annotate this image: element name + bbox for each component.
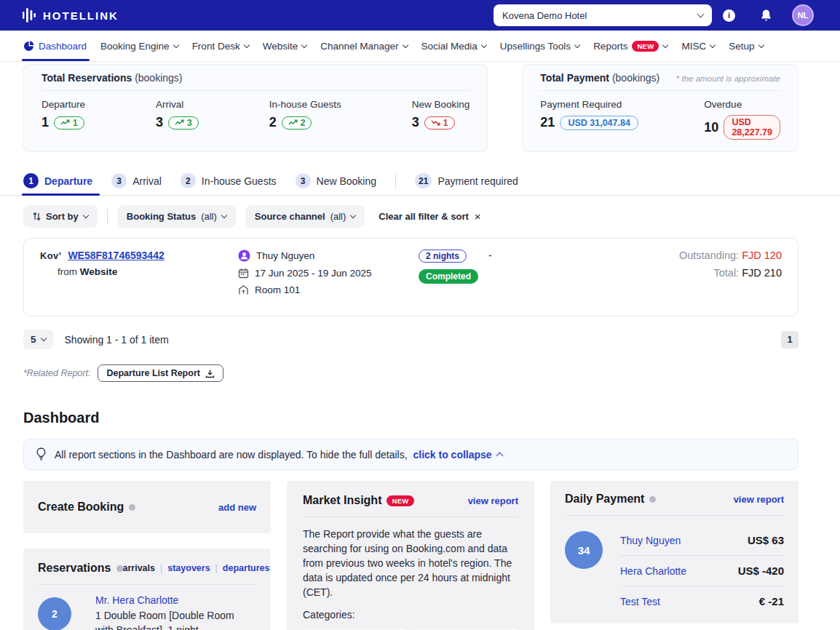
source-channel-filter[interactable]: Source channel (all): [245, 205, 365, 228]
nav-item-front-desk[interactable]: Front Desk: [192, 31, 249, 61]
departure-list-report-button[interactable]: Departure List Report: [98, 364, 223, 382]
reservation-desc: 1 Double Room [Double Room with Breakfas…: [95, 609, 252, 630]
view-report-link[interactable]: view report: [734, 494, 784, 505]
nav-item-social-media[interactable]: Social Media: [421, 31, 486, 61]
market-insight-description: The Report provide what the guests are s…: [303, 527, 518, 599]
tab-new-booking[interactable]: 3 New Booking: [296, 167, 377, 195]
daily-payment-card: Daily Payment view report 34 Thuy Nguyen…: [550, 481, 799, 623]
new-badge: NEW: [632, 41, 659, 52]
page-1-button[interactable]: 1: [781, 331, 799, 348]
categories-label: Categories:: [303, 609, 518, 621]
daily-payment-title: Daily Payment: [565, 493, 656, 506]
payer-name-link[interactable]: Test Test: [620, 596, 660, 607]
new-badge: NEW: [387, 495, 413, 506]
payment-row: Test Test € -21: [620, 586, 784, 616]
stat-arrival-value: 3: [156, 115, 163, 130]
page-size-select[interactable]: 5: [23, 330, 53, 349]
departures-link[interactable]: departures: [223, 563, 270, 573]
related-report-row: *Related Report: Departure List Report: [23, 364, 817, 382]
total-payment-title: Total Payment (bookings): [540, 72, 659, 84]
clear-filters-button[interactable]: Clear all filter & sort ×: [379, 210, 480, 223]
channel-logo: Kov’: [40, 250, 61, 261]
empty-value-dash: -: [488, 250, 539, 301]
nav-item-booking-engine[interactable]: Booking Engine: [100, 31, 178, 61]
close-icon: ×: [475, 210, 481, 223]
stat-overdue: Overdue 10 USD 28,227.79: [704, 99, 780, 140]
chevron-down-icon: [83, 212, 89, 218]
notifications-bell-icon[interactable]: [760, 9, 772, 22]
tab-payment-required[interactable]: 21 Payment required: [415, 167, 518, 195]
tab-departure[interactable]: 1 Departure: [23, 167, 92, 195]
chevron-down-icon: [173, 41, 178, 47]
reservation-list-item: 2 Mr. Hera Charlotte 1 Double Room [Doub…: [38, 594, 256, 630]
chevron-down-icon: [710, 41, 716, 47]
payment-amount: € -21: [759, 595, 784, 607]
total-line: Total: FJD 210: [679, 267, 782, 279]
nights-badge: 2 nights: [419, 250, 467, 263]
booking-dates-line: 17 Jun 2025 - 19 Jun 2025: [238, 268, 419, 279]
guest-name-line: Thuy Nguyen: [238, 250, 419, 262]
nav-item-misc[interactable]: MISC: [681, 31, 715, 61]
stat-inhouse: In-house Guests 2 2: [269, 99, 341, 130]
outstanding-line: Outstanding: FJD 120: [679, 250, 782, 261]
chevron-down-icon: [574, 41, 580, 47]
approximate-note: * the amount is approximate: [676, 74, 780, 83]
booking-tabs: 1 Departure 3 Arrival 2 In-house Guests …: [0, 167, 840, 196]
arrivals-link[interactable]: arrivals: [123, 563, 155, 573]
nav-item-dashboard[interactable]: Dashboard: [23, 31, 87, 61]
nav-item-website[interactable]: Website: [263, 31, 307, 61]
nav-item-channel-manager[interactable]: Channel Manager: [320, 31, 407, 61]
sort-by-button[interactable]: Sort by: [23, 205, 98, 228]
tabs-divider: [395, 173, 396, 189]
calendar-icon: [238, 268, 249, 279]
hotel-select[interactable]: Kovena Demo Hotel: [494, 4, 712, 26]
tab-arrival[interactable]: 3 Arrival: [111, 167, 162, 195]
trend-up-icon: [288, 119, 298, 126]
filter-divider: [107, 209, 108, 225]
nav-item-setup[interactable]: Setup: [729, 31, 763, 61]
payment-amount: US$ 63: [748, 534, 784, 546]
dashboard-notice: All report sections in the Dashboard are…: [23, 439, 799, 470]
user-avatar[interactable]: NL: [792, 4, 814, 26]
chevron-down-icon: [243, 41, 249, 47]
hotellink-logo-icon: [22, 7, 36, 23]
collapse-link[interactable]: click to collapse: [413, 449, 502, 460]
chevron-down-icon: [350, 212, 356, 218]
info-icon[interactable]: i: [723, 9, 735, 22]
guest-name-link[interactable]: Mr. Hera Charlotte: [95, 594, 252, 606]
nav-item-reports[interactable]: Reports NEW: [593, 31, 667, 61]
daily-payment-count-avatar: 34: [565, 531, 603, 569]
stat-arrival: Arrival 3 3: [156, 99, 199, 130]
trend-up-badge: 1: [54, 116, 84, 129]
tab-inhouse-guests[interactable]: 2 In-house Guests: [181, 167, 277, 195]
payer-name-link[interactable]: Thuy Nguyen: [620, 535, 681, 546]
stat-payment-required: Payment Required 21 USD 31,047.84: [540, 99, 704, 140]
reservations-title: Reservations: [38, 562, 123, 575]
stat-new-booking-value: 3: [412, 115, 419, 130]
nav-item-upsellings-tools[interactable]: Upsellings Tools: [500, 31, 579, 61]
sort-icon: [33, 212, 41, 221]
overdue-amount: USD 28,227.79: [724, 115, 780, 140]
download-icon: [205, 369, 215, 378]
overdue-count: 10: [704, 120, 718, 135]
market-insight-card: Market Insight NEW view report The Repor…: [287, 481, 534, 630]
filter-bar: Sort by Booking Status (all) Source chan…: [23, 205, 817, 228]
chevron-down-icon: [221, 212, 227, 218]
stat-new-booking: New Booking 3 1: [412, 99, 470, 130]
room-line: Room 101: [238, 284, 419, 295]
pie-chart-icon: [23, 41, 34, 52]
add-new-link[interactable]: add new: [218, 502, 256, 513]
info-dot-icon: [649, 496, 656, 503]
notice-text: All report sections in the Dashboard are…: [55, 449, 502, 460]
room-icon: [238, 284, 249, 295]
view-report-link[interactable]: view report: [468, 495, 518, 506]
chevron-down-icon: [301, 41, 307, 47]
booking-status-filter[interactable]: Booking Status (all): [117, 205, 236, 228]
payer-name-link[interactable]: Hera Charlotte: [620, 565, 686, 577]
stayovers-link[interactable]: stayovers: [167, 563, 210, 573]
booking-id-link[interactable]: WE58F81746593442: [68, 250, 164, 261]
info-dot-icon: [129, 504, 135, 511]
stat-departure: Departure 1 1: [41, 99, 85, 130]
brand-name: HOTELLINK: [43, 9, 119, 22]
payment-row: Thuy Nguyen US$ 63: [620, 525, 784, 555]
